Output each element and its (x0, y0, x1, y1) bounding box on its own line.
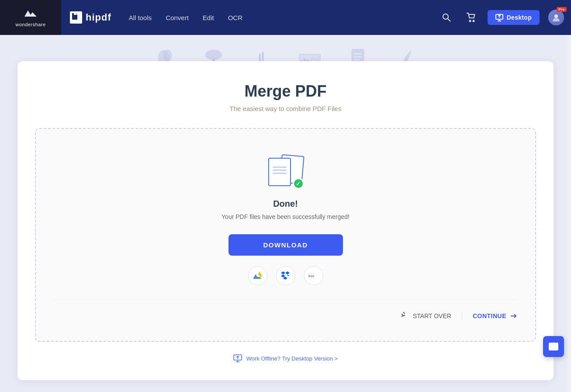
avatar-image (548, 10, 564, 25)
svg-point-5 (469, 21, 471, 22)
download-button[interactable]: DOWNLOAD (228, 234, 343, 256)
navbar: wondershare hipdf All tools Convert Edit… (0, 0, 571, 35)
svg-point-6 (473, 21, 474, 22)
main-card: Merge PDF The easiest way to combine PDF… (17, 61, 554, 380)
page-subtitle: The easiest way to combine PDF Files (35, 105, 536, 112)
page-line (273, 173, 287, 174)
svg-text:box: box (308, 274, 315, 278)
pro-badge: Pro (557, 7, 567, 12)
wondershare-label: wondershare (15, 22, 45, 27)
svg-point-3 (443, 14, 448, 19)
navbar-actions: Desktop Pro (439, 10, 564, 25)
done-title: Done! (273, 199, 298, 209)
google-drive-button[interactable] (248, 266, 267, 285)
continue-label: CONTINUE (473, 312, 506, 319)
svg-rect-28 (353, 53, 362, 55)
svg-rect-29 (353, 56, 362, 58)
hipdf-icon (70, 11, 82, 24)
svg-line-4 (448, 19, 450, 21)
svg-point-16 (205, 49, 222, 60)
nav-convert[interactable]: Convert (166, 12, 189, 23)
main-nav: All tools Convert Edit OCR (129, 12, 439, 23)
cloud-actions: box (248, 266, 323, 285)
search-button[interactable] (439, 10, 454, 25)
hipdf-label: hipdf (86, 12, 111, 23)
start-over-label: START OVER (413, 312, 451, 319)
action-divider (462, 312, 462, 320)
desktop-button[interactable]: Desktop (488, 10, 540, 25)
page-lines (273, 167, 287, 176)
page-title: Merge PDF (35, 82, 536, 101)
done-subtitle: Your PDF files have been successfully me… (221, 213, 350, 220)
user-avatar[interactable]: Pro (548, 10, 564, 25)
page-line (273, 170, 287, 171)
desktop-promo[interactable]: Work Offline? Try Desktop Version > (35, 354, 536, 363)
continue-button[interactable]: CONTINUE (473, 309, 518, 323)
check-badge: ✓ (293, 178, 304, 189)
floating-email-button[interactable] (543, 336, 564, 357)
pdf-pages-icon: ✓ (268, 155, 303, 190)
done-icon: ✓ (268, 155, 303, 190)
page-line (273, 167, 287, 168)
dropbox-button[interactable] (276, 266, 295, 285)
start-over-button[interactable]: START OVER (401, 309, 451, 323)
svg-point-13 (163, 49, 172, 61)
wondershare-icon (23, 8, 38, 20)
box-button[interactable]: box (304, 266, 323, 285)
svg-point-11 (554, 14, 558, 18)
svg-rect-30 (353, 59, 360, 61)
nav-all-tools[interactable]: All tools (129, 12, 152, 23)
nav-ocr[interactable]: OCR (228, 12, 242, 23)
hipdf-logo[interactable]: hipdf (70, 11, 111, 24)
footer-actions: START OVER CONTINUE (53, 299, 518, 323)
result-area: ✓ Done! Your PDF files have been success… (35, 128, 536, 342)
desktop-promo-label: Work Offline? Try Desktop Version > (246, 355, 338, 362)
desktop-btn-label: Desktop (507, 14, 532, 21)
nav-edit[interactable]: Edit (203, 12, 214, 23)
scrollbar[interactable] (568, 0, 571, 392)
wondershare-brand[interactable]: wondershare (0, 0, 61, 35)
cart-button[interactable] (463, 10, 479, 25)
page-front (268, 158, 291, 186)
main-content: Merge PDF The easiest way to combine PDF… (0, 61, 571, 392)
